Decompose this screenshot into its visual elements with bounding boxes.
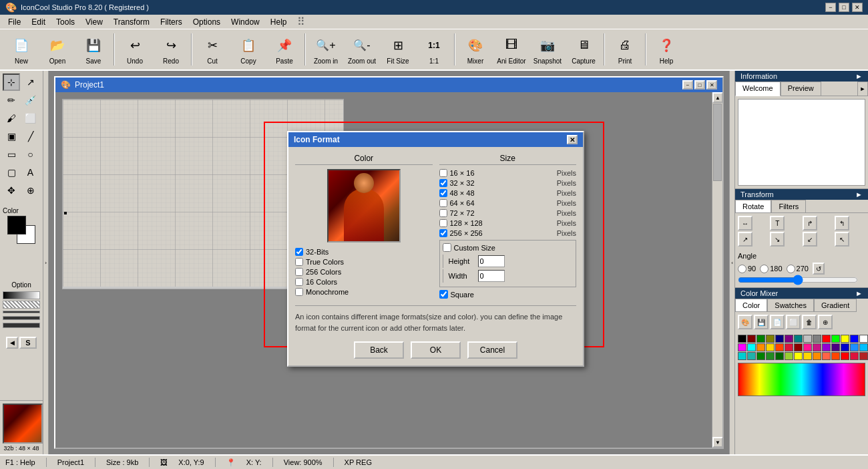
left-expand-handle[interactable]: ›: [43, 71, 49, 454]
size-48-checkbox[interactable]: [439, 189, 447, 197]
rotate-90-btn[interactable]: ↱: [803, 216, 817, 230]
left-arrow-btn[interactable]: ◀: [6, 337, 18, 349]
toolbar-snapshot[interactable]: 📷 Snapshot: [530, 31, 565, 67]
tab-expand-btn[interactable]: ►: [857, 82, 868, 96]
rect-tool[interactable]: ▭: [3, 146, 20, 163]
toolbar-cut[interactable]: ✂ Cut: [195, 31, 230, 67]
angle-90-option[interactable]: 90: [738, 265, 756, 273]
swatch-5[interactable]: [785, 335, 793, 343]
pencil-tool[interactable]: ✏: [3, 92, 20, 109]
swatch-r13[interactable]: [850, 343, 859, 351]
swatch-s10[interactable]: [822, 352, 831, 360]
swatch-8[interactable]: [813, 335, 821, 343]
maximize-button[interactable]: □: [839, 3, 849, 12]
dialog-close-button[interactable]: ✕: [567, 135, 578, 144]
size-72-checkbox[interactable]: [439, 209, 447, 217]
swatch-r6[interactable]: [785, 343, 793, 351]
swatch-r2[interactable]: [747, 343, 756, 351]
swatch-white[interactable]: [859, 335, 868, 343]
tab-preview[interactable]: Preview: [781, 82, 821, 96]
swatch-r12[interactable]: [841, 343, 849, 351]
menu-transform[interactable]: Transform: [108, 16, 155, 28]
toolbar-paste[interactable]: 📌 Paste: [267, 31, 302, 67]
menu-help[interactable]: Help: [265, 16, 292, 28]
toolbar-redo[interactable]: ↪ Redo: [154, 31, 188, 67]
swatch-7[interactable]: [803, 335, 812, 343]
tab-rotate[interactable]: Rotate: [735, 200, 771, 213]
menu-edit[interactable]: Edit: [26, 16, 51, 28]
swatch-s4[interactable]: [766, 352, 775, 360]
swatch-r4[interactable]: [766, 343, 775, 351]
size-16-label[interactable]: 16 × 16: [439, 169, 557, 177]
flip-v-btn[interactable]: T: [770, 216, 785, 230]
checkbox-16-colors-input[interactable]: [295, 278, 303, 286]
menu-filters[interactable]: Filters: [155, 16, 188, 28]
swatch-6[interactable]: [794, 335, 803, 343]
size-64-checkbox[interactable]: [439, 199, 447, 207]
color-spectrum[interactable]: [738, 363, 865, 396]
cm-tool-2[interactable]: 💾: [754, 315, 769, 329]
eyedropper-tool[interactable]: 💉: [22, 92, 39, 109]
checkbox-32bits[interactable]: 32-Bits: [295, 248, 433, 256]
rotate-ccw-btn[interactable]: ↰: [835, 216, 849, 230]
scroll-thumb[interactable]: [713, 104, 722, 181]
swatch-black[interactable]: [738, 335, 746, 343]
toolbar-zoom-in[interactable]: 🔍+ Zoom in: [308, 31, 343, 67]
checkbox-monochrome[interactable]: Monochrome: [295, 288, 433, 296]
swatch-s11[interactable]: [831, 352, 840, 360]
width-input[interactable]: [478, 270, 505, 282]
cm-tool-4[interactable]: ⬜: [786, 315, 801, 329]
s-button[interactable]: S: [19, 337, 37, 349]
swatch-s13[interactable]: [850, 352, 859, 360]
lasso-tool[interactable]: ↗: [22, 73, 39, 91]
swatch-r1[interactable]: [738, 343, 746, 351]
project-minimize-btn[interactable]: −: [682, 80, 693, 90]
swatch-s7[interactable]: [794, 352, 803, 360]
trans-btn-6[interactable]: ↘: [770, 232, 785, 247]
swatch-r9[interactable]: [813, 343, 821, 351]
transform-expand-icon[interactable]: ►: [855, 190, 863, 198]
toolbar-mixer[interactable]: 🎨 Mixer: [458, 31, 493, 67]
toolbar-open[interactable]: 📂 Open: [40, 31, 75, 67]
size-48-label[interactable]: 48 × 48: [439, 189, 557, 197]
cm-tool-3[interactable]: 📄: [770, 315, 785, 329]
tab-swatches[interactable]: Swatches: [767, 299, 814, 312]
angle-270-option[interactable]: 270: [787, 265, 809, 273]
swatch-r14[interactable]: [859, 343, 868, 351]
trans-btn-7[interactable]: ↙: [803, 232, 817, 247]
checkbox-true-colors[interactable]: True Colors: [295, 258, 433, 266]
swatch-1[interactable]: [747, 335, 756, 343]
menu-window[interactable]: Window: [226, 16, 265, 28]
toolbar-zoom-out[interactable]: 🔍- Zoom out: [345, 31, 379, 67]
scroll-down-btn[interactable]: ▼: [712, 437, 722, 448]
color-mixer-expand-icon[interactable]: ►: [855, 289, 863, 297]
swatch-s5[interactable]: [775, 352, 784, 360]
size-32-checkbox[interactable]: [439, 179, 447, 187]
line-tool[interactable]: ╱: [22, 128, 39, 145]
project-close-btn[interactable]: ✕: [706, 80, 717, 90]
swatch-2[interactable]: [756, 335, 765, 343]
minimize-button[interactable]: −: [825, 3, 836, 12]
tab-gradient[interactable]: Gradient: [814, 299, 857, 312]
toolbar-new[interactable]: 📄 New: [4, 31, 39, 67]
swatch-s6[interactable]: [785, 352, 793, 360]
toolbar-ani-editor[interactable]: 🎞 Ani Editor: [494, 31, 529, 67]
cancel-button[interactable]: Cancel: [467, 341, 517, 359]
toolbar-help[interactable]: ❓ Help: [649, 31, 684, 67]
eraser-tool[interactable]: ⬜: [22, 110, 39, 127]
swatch-s8[interactable]: [803, 352, 812, 360]
custom-size-label[interactable]: Custom Size: [443, 243, 574, 252]
angle-270-radio[interactable]: [787, 265, 795, 273]
swatch-r8[interactable]: [803, 343, 812, 351]
scroll-up-btn[interactable]: ▲: [712, 92, 722, 103]
zoom-tool[interactable]: ⊕: [22, 182, 39, 199]
swatch-s12[interactable]: [841, 352, 849, 360]
size-16-checkbox[interactable]: [439, 169, 447, 177]
checkbox-256-colors-input[interactable]: [295, 268, 303, 276]
flip-h-btn[interactable]: ↔: [738, 216, 752, 230]
size-128-label[interactable]: 128 × 128: [439, 219, 557, 227]
checkbox-true-colors-input[interactable]: [295, 258, 303, 266]
text-tool[interactable]: A: [22, 164, 39, 181]
toolbar-copy[interactable]: 📋 Copy: [231, 31, 266, 67]
size-32-label[interactable]: 32 × 32: [439, 179, 557, 187]
